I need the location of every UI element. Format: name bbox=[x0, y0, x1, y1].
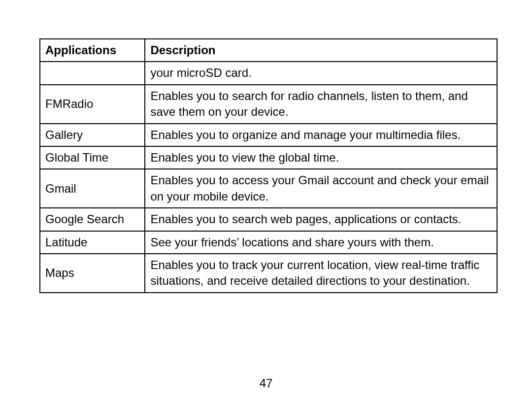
cell-app: Global Time bbox=[40, 146, 145, 169]
table-row: Google Search Enables you to search web … bbox=[40, 208, 497, 231]
applications-table: Applications Description your microSD ca… bbox=[39, 38, 498, 293]
cell-app: Latitude bbox=[40, 231, 145, 254]
table-row: Global Time Enables you to view the glob… bbox=[40, 146, 497, 169]
table-row: Latitude See your friends’ locations and… bbox=[40, 231, 497, 254]
table-row: FMRadio Enables you to search for radio … bbox=[40, 85, 497, 124]
cell-app: Maps bbox=[40, 254, 145, 293]
cell-app: Google Search bbox=[40, 208, 145, 231]
cell-app: FMRadio bbox=[40, 85, 145, 124]
cell-desc: Enables you to organize and manage your … bbox=[145, 124, 497, 146]
table-row: Maps Enables you to track your current l… bbox=[40, 254, 497, 293]
cell-app: Gallery bbox=[40, 124, 145, 146]
cell-desc: Enables you to track your current locati… bbox=[145, 254, 497, 293]
cell-app: Gmail bbox=[40, 169, 145, 208]
cell-desc: Enables you to view the global time. bbox=[145, 146, 497, 169]
document-page: Applications Description your microSD ca… bbox=[0, 0, 532, 293]
table-row: Gallery Enables you to organize and mana… bbox=[40, 124, 497, 146]
cell-desc: your microSD card. bbox=[145, 62, 497, 84]
cell-desc: Enables you to search for radio channels… bbox=[145, 85, 497, 124]
cell-app bbox=[40, 62, 145, 84]
page-number: 47 bbox=[0, 376, 532, 390]
cell-desc: See your friends’ locations and share yo… bbox=[145, 231, 497, 254]
header-description: Description bbox=[145, 39, 497, 62]
table-header-row: Applications Description bbox=[40, 39, 497, 62]
cell-desc: Enables you to access your Gmail account… bbox=[145, 169, 497, 208]
table-row: your microSD card. bbox=[40, 62, 497, 84]
header-applications: Applications bbox=[40, 39, 145, 62]
table-row: Gmail Enables you to access your Gmail a… bbox=[40, 169, 497, 208]
cell-desc: Enables you to search web pages, applica… bbox=[145, 208, 497, 231]
